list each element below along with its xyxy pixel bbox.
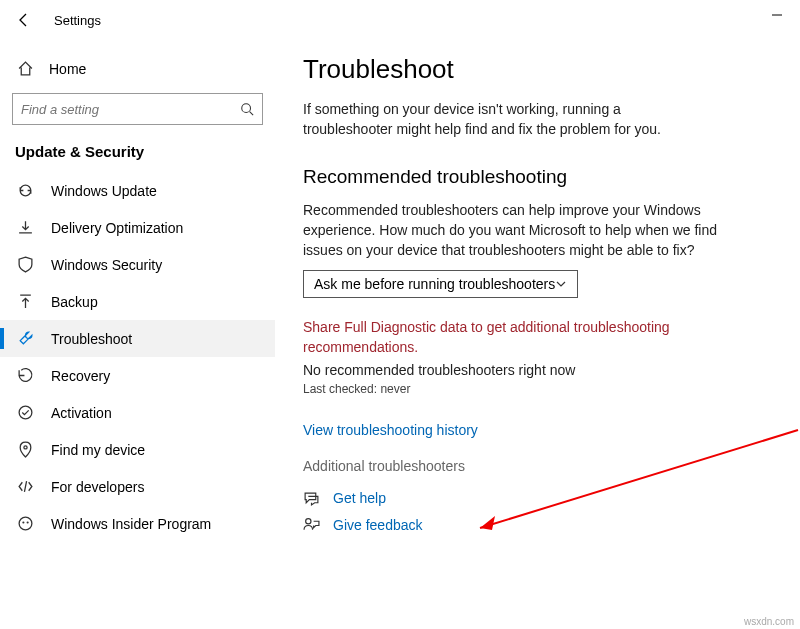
svg-point-3 <box>19 406 32 419</box>
back-button[interactable] <box>12 8 36 32</box>
sidebar-section-header: Update & Security <box>0 143 275 172</box>
sidebar-item-label: Find my device <box>51 442 145 458</box>
watermark: wsxdn.com <box>744 616 794 627</box>
dropdown-value: Ask me before running troubleshooters <box>314 276 555 292</box>
minimize-icon <box>772 10 782 20</box>
home-icon <box>15 60 35 77</box>
last-checked: Last checked: never <box>303 382 772 396</box>
main-content: Troubleshoot If something on your device… <box>275 40 800 629</box>
search-input[interactable] <box>21 102 240 117</box>
sidebar-item-backup[interactable]: Backup <box>0 283 275 320</box>
chat-icon <box>303 490 325 507</box>
sidebar-item-label: Activation <box>51 405 112 421</box>
titlebar: Settings <box>0 0 800 40</box>
chevron-down-icon <box>555 278 567 290</box>
diagnostic-warning: Share Full Diagnostic data to get additi… <box>303 318 703 357</box>
svg-point-1 <box>242 104 251 113</box>
svg-point-4 <box>23 446 26 449</box>
backup-icon <box>15 293 35 310</box>
sidebar-item-label: Windows Update <box>51 183 157 199</box>
minimize-button[interactable] <box>754 0 800 30</box>
svg-point-7 <box>26 521 28 523</box>
svg-point-5 <box>19 517 32 530</box>
section-recommended-desc: Recommended troubleshooters can help imp… <box>303 200 723 261</box>
sync-icon <box>15 182 35 199</box>
give-feedback-link: Give feedback <box>333 517 423 533</box>
sidebar-item-recovery[interactable]: Recovery <box>0 357 275 394</box>
sidebar-item-windows-update[interactable]: Windows Update <box>0 172 275 209</box>
recommended-status: No recommended troubleshooters right now <box>303 362 772 378</box>
sidebar-item-troubleshoot[interactable]: Troubleshoot <box>0 320 275 357</box>
sidebar-item-find-my-device[interactable]: Find my device <box>0 431 275 468</box>
page-intro: If something on your device isn't workin… <box>303 99 703 140</box>
svg-point-6 <box>22 521 24 523</box>
svg-line-9 <box>480 430 798 528</box>
sidebar-item-label: Windows Insider Program <box>51 516 211 532</box>
titlebar-title: Settings <box>54 13 101 28</box>
sidebar: Home Update & Security Windows Update De… <box>0 40 275 629</box>
window-controls <box>754 0 800 30</box>
sidebar-item-activation[interactable]: Activation <box>0 394 275 431</box>
search-box[interactable] <box>12 93 263 125</box>
sidebar-item-home[interactable]: Home <box>0 52 275 89</box>
search-icon <box>240 102 254 116</box>
sidebar-item-label: Windows Security <box>51 257 162 273</box>
sidebar-item-label: Backup <box>51 294 98 310</box>
give-feedback-row[interactable]: Give feedback <box>303 517 772 534</box>
sidebar-item-label: Delivery Optimization <box>51 220 183 236</box>
get-help-row[interactable]: Get help <box>303 490 772 507</box>
sidebar-item-delivery-optimization[interactable]: Delivery Optimization <box>0 209 275 246</box>
wrench-icon <box>15 330 35 347</box>
developers-icon <box>15 478 35 495</box>
troubleshoot-preference-dropdown[interactable]: Ask me before running troubleshooters <box>303 270 578 298</box>
page-title: Troubleshoot <box>303 54 772 85</box>
sidebar-item-for-developers[interactable]: For developers <box>0 468 275 505</box>
sidebar-item-label: For developers <box>51 479 144 495</box>
home-label: Home <box>49 61 86 77</box>
svg-point-8 <box>306 518 311 523</box>
shield-icon <box>15 256 35 273</box>
layout: Home Update & Security Windows Update De… <box>0 40 800 629</box>
additional-troubleshooters-link[interactable]: Additional troubleshooters <box>303 458 772 474</box>
sidebar-item-label: Recovery <box>51 368 110 384</box>
sidebar-item-insider-program[interactable]: Windows Insider Program <box>0 505 275 542</box>
back-arrow-icon <box>17 13 31 27</box>
section-recommended-title: Recommended troubleshooting <box>303 166 772 188</box>
recovery-icon <box>15 367 35 384</box>
insider-icon <box>15 515 35 532</box>
feedback-icon <box>303 517 325 534</box>
view-history-link[interactable]: View troubleshooting history <box>303 422 772 438</box>
get-help-link: Get help <box>333 490 386 506</box>
download-icon <box>15 219 35 236</box>
svg-line-2 <box>250 112 254 116</box>
sidebar-item-label: Troubleshoot <box>51 331 132 347</box>
check-circle-icon <box>15 404 35 421</box>
location-icon <box>15 441 35 458</box>
search-wrap <box>12 93 263 125</box>
sidebar-item-windows-security[interactable]: Windows Security <box>0 246 275 283</box>
